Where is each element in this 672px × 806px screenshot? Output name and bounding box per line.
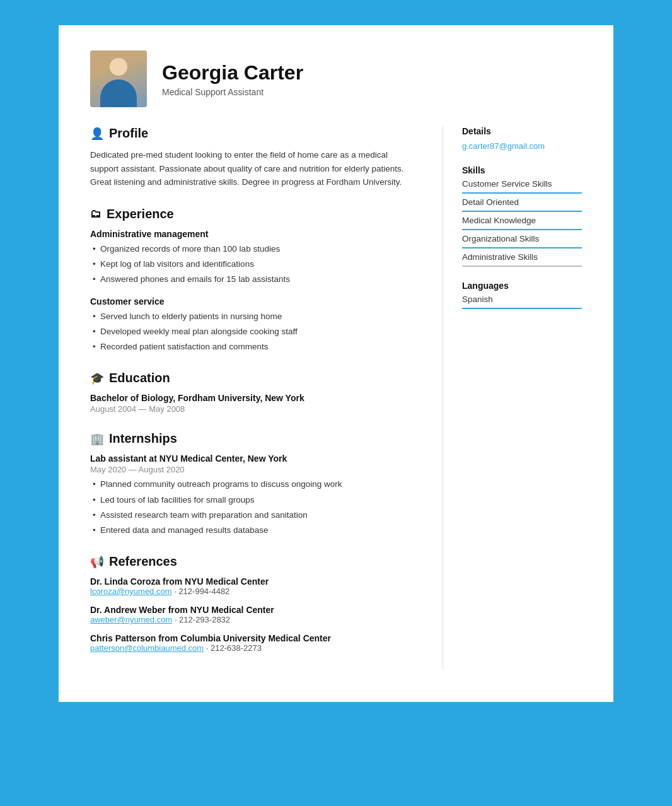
internship-list: Planned community outreach programs to d…	[90, 478, 417, 537]
ref-email-2[interactable]: aweber@nyumed.com	[90, 615, 172, 624]
list-item: Kept log of lab visitors and identificat…	[90, 258, 417, 271]
right-column: Details g.carter87@gmail.com Skills Cust…	[443, 126, 582, 670]
skill-item: Medical Knowledge	[462, 216, 582, 230]
skill-item: Customer Service Skills	[462, 179, 582, 194]
language-item: Spanish	[462, 295, 582, 309]
header-info: Georgia Carter Medical Support Assistant	[162, 61, 303, 97]
experience-title: 🗂 Experience	[90, 207, 417, 221]
list-item: Organized records of more than 100 lab s…	[90, 243, 417, 255]
exp-admin-list: Organized records of more than 100 lab s…	[90, 243, 417, 286]
list-item: Planned community outreach programs to d…	[90, 478, 417, 491]
avatar	[90, 50, 147, 107]
ref-block-3: Chris Patterson from Columbia University…	[90, 633, 417, 653]
avatar-image	[90, 50, 147, 107]
exp-admin-title: Administrative management	[90, 229, 417, 239]
education-date: August 2004 — May 2008	[90, 404, 417, 414]
header-section: Georgia Carter Medical Support Assistant	[90, 50, 582, 107]
exp-block-admin: Administrative management Organized reco…	[90, 229, 417, 286]
candidate-name: Georgia Carter	[162, 61, 303, 85]
ref-name-2: Dr. Andrew Weber from NYU Medical Center	[90, 605, 417, 615]
profile-icon: 👤	[90, 127, 104, 141]
ref-name-1: Dr. Linda Coroza from NYU Medical Center	[90, 576, 417, 587]
ref-email-3[interactable]: patterson@columbiaumed.com	[90, 643, 204, 653]
body-layout: 👤 Profile Dedicated pre-med student look…	[90, 126, 582, 670]
ref-phone-sep-3: · 212-638-2273	[206, 643, 262, 653]
internship-date: May 2020 — August 2020	[90, 465, 417, 474]
ref-contact-2: aweber@nyumed.com · 212-293-2832	[90, 615, 417, 624]
skills-section: Skills Customer Service Skills Detail Or…	[462, 165, 582, 267]
references-title: 📢 References	[90, 554, 417, 569]
internships-section: 🏢 Internships Lab assistant at NYU Medic…	[90, 431, 417, 537]
ref-block-1: Dr. Linda Coroza from NYU Medical Center…	[90, 576, 417, 596]
education-icon: 🎓	[90, 371, 104, 385]
skills-title: Skills	[462, 165, 582, 175]
exp-customer-title: Customer service	[90, 296, 417, 307]
internship-position: Lab assistant at NYU Medical Center, New…	[90, 453, 417, 464]
list-item: Assisted research team with preparation …	[90, 509, 417, 522]
profile-text: Dedicated pre-med student looking to ent…	[90, 148, 417, 189]
ref-name-3: Chris Patterson from Columbia University…	[90, 633, 417, 643]
education-degree: Bachelor of Biology, Fordham University,…	[90, 393, 417, 403]
languages-section: Languages Spanish	[462, 281, 582, 309]
profile-section: 👤 Profile Dedicated pre-med student look…	[90, 126, 417, 189]
exp-customer-list: Served lunch to elderly patients in nurs…	[90, 310, 417, 354]
skill-item: Detail Oriented	[462, 197, 582, 212]
skill-item: Organizational Skills	[462, 234, 582, 248]
references-section: 📢 References Dr. Linda Coroza from NYU M…	[90, 554, 417, 653]
list-item: Led tours of lab facilities for small gr…	[90, 494, 417, 506]
list-item: Entered data and managed results databas…	[90, 524, 417, 537]
ref-contact-1: lcoroza@nyumed.com · 212-994-4482	[90, 587, 417, 596]
experience-icon: 🗂	[90, 207, 101, 221]
education-title: 🎓 Education	[90, 371, 417, 385]
details-email[interactable]: g.carter87@gmail.com	[462, 141, 545, 151]
left-column: 👤 Profile Dedicated pre-med student look…	[90, 126, 443, 670]
list-item: Served lunch to elderly patients in nurs…	[90, 310, 417, 323]
resume-container: Georgia Carter Medical Support Assistant…	[59, 25, 613, 702]
skill-item: Administrative Skills	[462, 252, 582, 267]
ref-contact-3: patterson@columbiaumed.com · 212-638-227…	[90, 643, 417, 653]
profile-title: 👤 Profile	[90, 126, 417, 141]
references-icon: 📢	[90, 555, 104, 569]
ref-phone-sep-2: · 212-293-2832	[175, 615, 230, 624]
languages-title: Languages	[462, 281, 582, 291]
experience-section: 🗂 Experience Administrative management O…	[90, 207, 417, 354]
ref-email-1[interactable]: lcoroza@nyumed.com	[90, 587, 172, 596]
internships-title: 🏢 Internships	[90, 431, 417, 446]
details-section: Details g.carter87@gmail.com	[462, 126, 582, 151]
list-item: Answered phones and emails for 15 lab as…	[90, 273, 417, 286]
ref-block-2: Dr. Andrew Weber from NYU Medical Center…	[90, 605, 417, 624]
list-item: Developed weekly meal plan alongside coo…	[90, 325, 417, 338]
internships-icon: 🏢	[90, 432, 104, 446]
list-item: Recorded patient satisfaction and commen…	[90, 341, 417, 353]
ref-phone-sep-1: · 212-994-4482	[174, 587, 229, 596]
details-title: Details	[462, 126, 582, 136]
candidate-title: Medical Support Assistant	[162, 87, 303, 97]
education-section: 🎓 Education Bachelor of Biology, Fordham…	[90, 371, 417, 414]
exp-block-customer: Customer service Served lunch to elderly…	[90, 296, 417, 354]
